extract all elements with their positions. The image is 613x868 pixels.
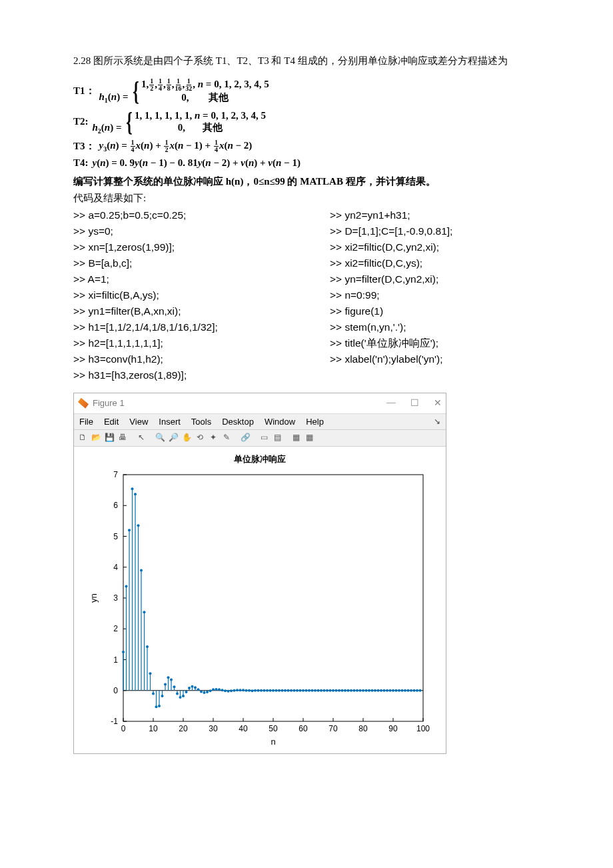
svg-point-233 <box>407 689 410 691</box>
close-icon[interactable]: ✕ <box>434 397 442 409</box>
svg-point-131 <box>254 689 257 691</box>
code-line: >> xn=[1,zeros(1,99)]; <box>73 239 290 255</box>
colorbar-icon[interactable]: ▭ <box>258 432 270 444</box>
menu-tools[interactable]: Tools <box>191 417 211 427</box>
svg-point-189 <box>341 689 344 691</box>
svg-point-201 <box>359 689 362 691</box>
task-description: 编写计算整个系统的单位脉冲响应 h(n)，0≤n≤99 的 MATLAB 程序，… <box>73 175 546 188</box>
svg-text:4: 4 <box>113 562 118 571</box>
data-cursor-icon[interactable]: ✦ <box>207 432 219 444</box>
svg-point-179 <box>326 689 328 691</box>
equations-block: T1： h1(n) = { 1,12,14,18,116,132, n = 0,… <box>73 78 546 169</box>
svg-point-93 <box>197 688 200 691</box>
menu-file[interactable]: File <box>79 417 93 427</box>
svg-point-183 <box>332 689 334 691</box>
maximize-icon[interactable]: ☐ <box>410 397 419 409</box>
svg-point-121 <box>239 689 242 691</box>
svg-point-181 <box>329 689 332 691</box>
svg-point-195 <box>350 689 352 691</box>
open-icon[interactable]: 📂 <box>90 432 102 444</box>
code-line: >> h2=[1,1,1,1,1,1]; <box>73 335 290 351</box>
code-line: >> yn1=filter(B,A,xn,xi); <box>73 303 290 319</box>
code-column-left: >> a=0.25;b=0.5;c=0.25;>> ys=0;>> xn=[1,… <box>73 207 290 383</box>
legend-icon[interactable]: ▤ <box>271 432 283 444</box>
svg-point-137 <box>263 689 266 691</box>
menu-insert[interactable]: Insert <box>159 417 181 427</box>
svg-point-163 <box>302 689 305 691</box>
minimize-icon[interactable]: — <box>386 397 396 409</box>
svg-text:50: 50 <box>269 724 278 733</box>
code-line: >> yn=filter(D,C,yn2,xi); <box>330 271 546 287</box>
svg-point-175 <box>320 689 322 691</box>
svg-point-77 <box>173 685 176 688</box>
svg-point-125 <box>245 689 248 691</box>
new-file-icon[interactable]: 🗋 <box>77 432 89 444</box>
svg-point-229 <box>401 689 404 691</box>
t2-label: T2: <box>73 116 89 127</box>
svg-point-221 <box>389 689 392 691</box>
plot-area: 单位脉冲响应 0102030405060708090100-101234567n… <box>74 447 446 753</box>
svg-text:7: 7 <box>113 470 118 479</box>
rotate-icon[interactable]: ⟲ <box>194 432 206 444</box>
matlab-icon <box>78 398 89 409</box>
svg-point-203 <box>362 689 364 691</box>
zoom-out-icon[interactable]: 🔎 <box>167 432 179 444</box>
svg-text:70: 70 <box>328 724 338 733</box>
svg-point-105 <box>215 688 218 691</box>
svg-point-193 <box>347 689 350 691</box>
plot-title: 单位脉冲响应 <box>234 453 286 465</box>
arrow-icon[interactable]: ↖ <box>135 432 147 444</box>
equation-t1: T1： h1(n) = { 1,12,14,18,116,132, n = 0,… <box>73 78 546 105</box>
code-line: >> n=0:99; <box>330 287 546 303</box>
svg-point-45 <box>125 585 128 587</box>
menu-view[interactable]: View <box>129 417 148 427</box>
svg-point-67 <box>158 705 161 707</box>
zoom-in-icon[interactable]: 🔍 <box>154 432 166 444</box>
code-line: >> h31=[h3,zeros(1,89)]; <box>73 367 290 383</box>
svg-point-177 <box>323 689 326 691</box>
svg-point-115 <box>230 689 233 692</box>
code-block: >> a=0.25;b=0.5;c=0.25;>> ys=0;>> xn=[1,… <box>73 207 546 383</box>
menu-help[interactable]: Help <box>306 417 324 427</box>
svg-point-235 <box>410 689 412 691</box>
svg-text:5: 5 <box>113 531 118 541</box>
svg-point-75 <box>170 678 173 681</box>
svg-point-85 <box>185 691 188 693</box>
svg-point-141 <box>269 689 272 691</box>
svg-point-199 <box>356 689 358 691</box>
save-icon[interactable]: 💾 <box>103 432 115 444</box>
svg-point-147 <box>278 689 281 691</box>
svg-point-151 <box>284 689 287 691</box>
svg-text:40: 40 <box>239 724 248 733</box>
svg-point-55 <box>140 569 143 571</box>
svg-point-241 <box>419 689 422 691</box>
svg-point-191 <box>344 689 346 691</box>
svg-point-87 <box>188 687 191 689</box>
svg-point-89 <box>191 685 194 687</box>
svg-point-217 <box>383 689 386 691</box>
menu-edit[interactable]: Edit <box>104 417 119 427</box>
svg-point-59 <box>146 645 149 648</box>
menu-desktop[interactable]: Desktop <box>222 417 254 427</box>
layout2-icon[interactable]: ▦ <box>303 432 315 444</box>
svg-text:6: 6 <box>113 501 118 510</box>
code-line: >> h1=[1,1/2,1/4,1/8,1/16,1/32]; <box>73 319 290 335</box>
svg-text:2: 2 <box>113 624 118 633</box>
svg-point-103 <box>212 688 215 691</box>
svg-text:yn: yn <box>89 593 99 603</box>
svg-point-223 <box>392 689 394 691</box>
dock-icon[interactable]: ↘ <box>434 417 440 427</box>
menu-window[interactable]: Window <box>265 417 295 427</box>
svg-point-231 <box>404 689 406 691</box>
brush-icon[interactable]: ✎ <box>221 432 233 444</box>
code-line: >> xi=filtic(B,A,ys); <box>73 287 290 303</box>
print-icon[interactable]: 🖶 <box>117 432 129 444</box>
window-title: Figure 1 <box>93 398 125 408</box>
t1-label: T1： <box>73 85 95 97</box>
pan-icon[interactable]: ✋ <box>181 432 193 444</box>
menubar: FileEditViewInsertToolsDesktopWindowHelp… <box>74 414 446 429</box>
code-line: >> title('单位脉冲响应'); <box>330 335 546 351</box>
layout-icon[interactable]: ▦ <box>290 432 302 444</box>
link-icon[interactable]: 🔗 <box>239 432 251 444</box>
svg-point-91 <box>194 686 197 689</box>
